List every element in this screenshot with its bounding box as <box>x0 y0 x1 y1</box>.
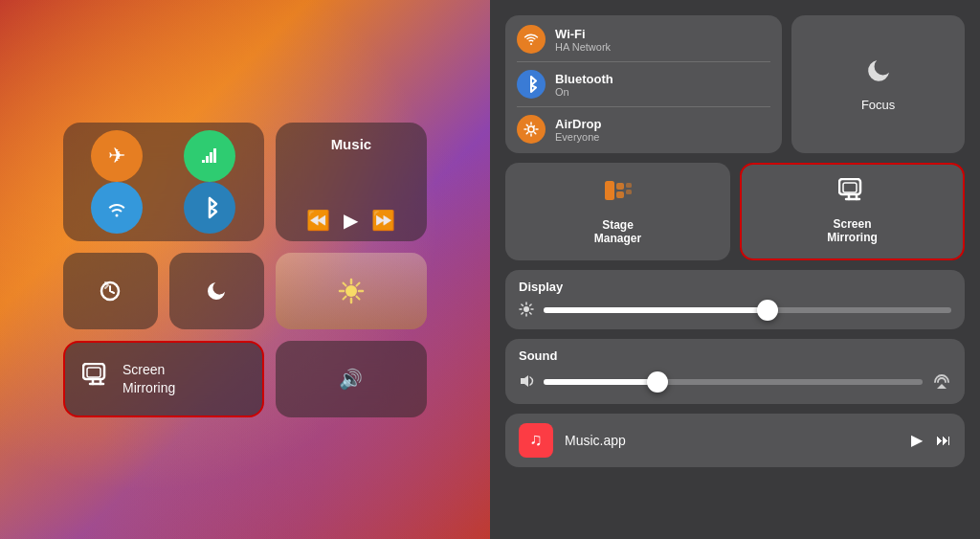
svg-rect-13 <box>605 181 614 200</box>
svg-rect-19 <box>843 183 857 192</box>
svg-line-26 <box>530 312 531 313</box>
wifi-item[interactable]: Wi-Fi HA Network <box>517 25 770 54</box>
svg-line-7 <box>356 296 359 299</box>
divider-1 <box>517 61 770 62</box>
display-section: Display <box>505 270 965 329</box>
svg-line-8 <box>356 282 359 285</box>
volume-slider[interactable] <box>544 379 923 385</box>
stage-manager-icon <box>603 177 634 211</box>
music-app-name: Music.app <box>565 433 900 448</box>
screen-mirroring-icon-right <box>838 178 867 210</box>
left-panel: ✈ Music ⏪ <box>0 0 490 539</box>
focus-label: Focus <box>861 98 895 112</box>
svg-rect-15 <box>616 191 624 198</box>
svg-rect-11 <box>87 368 100 377</box>
music-forward-icon[interactable]: ⏭ <box>936 432 951 449</box>
airdrop-icon <box>517 115 546 144</box>
music-app-controls: ▶ ⏭ <box>911 431 951 449</box>
do-not-disturb-button[interactable] <box>169 253 264 329</box>
wifi-icon <box>517 25 546 54</box>
airdrop-sub: Everyone <box>555 131 601 143</box>
airdrop-info: AirDrop Everyone <box>555 117 601 143</box>
music-play-icon[interactable]: ▶ <box>911 431 923 449</box>
svg-line-25 <box>522 304 523 305</box>
svg-point-1 <box>345 285 357 297</box>
brightness-slider[interactable] <box>544 307 951 313</box>
airplay-icon[interactable] <box>932 371 951 394</box>
top-section: Wi-Fi HA Network Bluetooth On <box>505 15 965 153</box>
svg-rect-16 <box>626 183 632 188</box>
play-icon[interactable]: ▶ <box>344 209 358 232</box>
screen-mirroring-button-left[interactable]: Screen Mirroring <box>63 341 264 417</box>
brightness-icon <box>519 302 534 320</box>
wifi-name: Wi-Fi <box>555 27 611 41</box>
svg-rect-14 <box>616 183 624 190</box>
display-label: Display <box>519 280 951 294</box>
sound-slider-row <box>519 371 951 394</box>
forward-icon[interactable]: ⏩ <box>371 209 395 232</box>
focus-block[interactable]: Focus <box>791 15 965 153</box>
network-block: Wi-Fi HA Network Bluetooth On <box>505 15 782 153</box>
svg-line-27 <box>530 304 531 305</box>
wifi-button[interactable] <box>91 182 143 234</box>
screen-mirroring-label-right: Screen Mirroring <box>827 217 878 245</box>
screen-mirroring-icon <box>82 363 111 394</box>
screen-mirroring-label-left: Screen Mirroring <box>122 361 175 395</box>
bluetooth-sub: On <box>555 86 613 98</box>
bluetooth-name: Bluetooth <box>555 72 613 86</box>
volume-icon <box>519 373 534 392</box>
divider-2 <box>517 106 770 107</box>
svg-line-9 <box>343 296 345 299</box>
sound-section: Sound <box>505 339 965 404</box>
music-block: Music ⏪ ▶ ⏩ <box>276 123 427 241</box>
cellular-button[interactable] <box>184 130 235 182</box>
svg-line-6 <box>343 282 345 285</box>
airdrop-name: AirDrop <box>555 117 601 131</box>
stage-manager-tile[interactable]: Stage Manager <box>505 163 730 260</box>
volume-button[interactable]: 🔊 <box>276 341 427 417</box>
wifi-sub: HA Network <box>555 41 611 53</box>
screen-mirroring-tile-right[interactable]: Screen Mirroring <box>740 163 965 260</box>
bluetooth-item[interactable]: Bluetooth On <box>517 70 770 99</box>
stage-manager-label: Stage Manager <box>594 218 641 246</box>
svg-line-28 <box>522 312 523 313</box>
sound-label: Sound <box>519 348 951 363</box>
wifi-info: Wi-Fi HA Network <box>555 27 611 53</box>
airplane-mode-button[interactable]: ✈ <box>91 130 143 182</box>
music-title: Music <box>285 136 417 152</box>
bluetooth-button[interactable] <box>184 182 235 234</box>
music-controls: ⏪ ▶ ⏩ <box>285 209 417 232</box>
music-app-row: ♫ Music.app ▶ ⏭ <box>505 414 965 467</box>
flashlight-button[interactable] <box>276 253 427 329</box>
airdrop-item[interactable]: AirDrop Everyone <box>517 115 770 144</box>
bluetooth-icon <box>517 70 546 99</box>
app-tiles-row: Stage Manager Screen Mirroring <box>505 163 965 260</box>
display-slider-row <box>519 302 951 320</box>
bluetooth-info: Bluetooth On <box>555 72 613 98</box>
svg-rect-17 <box>626 190 632 194</box>
right-panel: Wi-Fi HA Network Bluetooth On <box>490 0 980 539</box>
music-app-icon: ♫ <box>519 423 553 458</box>
rotation-lock-button[interactable] <box>63 253 158 329</box>
svg-point-20 <box>523 306 529 312</box>
focus-moon-icon <box>864 56 893 92</box>
connectivity-block: ✈ <box>63 123 264 241</box>
rewind-icon[interactable]: ⏪ <box>306 209 330 232</box>
control-center-left: ✈ Music ⏪ <box>44 103 446 437</box>
